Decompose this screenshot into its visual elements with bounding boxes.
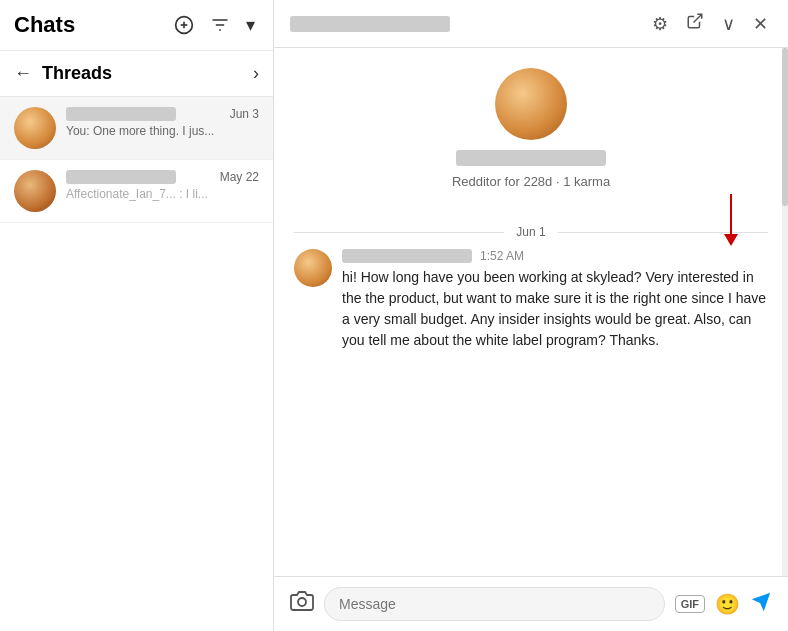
settings-button[interactable]: ⚙ [648,9,672,39]
svg-point-4 [298,598,306,606]
date-divider: Jun 1 [294,225,768,239]
profile-avatar [495,68,567,140]
app-container: Chats ▾ [0,0,788,631]
chat-panel-inner: Redditor for 228d · 1 karma Jun 1 [274,48,788,576]
send-icon [750,591,772,613]
close-icon: ✕ [753,14,768,34]
filter-icon [210,15,230,35]
message-sender-blurred [342,249,472,263]
sidebar: Chats ▾ [0,0,274,631]
chat-name-blurred [66,107,176,121]
send-button[interactable] [750,591,772,618]
chevron-down-header-button[interactable]: ∨ [718,9,739,39]
chat-panel-header: ⚙ ∨ ✕ [274,0,788,48]
gif-button[interactable]: GIF [675,595,705,613]
sidebar-header-icons: ▾ [170,10,259,40]
message-time: 1:52 AM [480,249,524,263]
gear-icon: ⚙ [652,14,668,34]
message-text: hi! How long have you been working at sk… [342,267,768,351]
chat-top-row: May 22 [66,170,259,184]
chevron-right-icon: › [253,63,259,83]
chevron-down-button[interactable]: ▾ [242,10,259,40]
chat-item[interactable]: May 22 Affectionate_Ian_7... : I li... [0,160,273,223]
chat-input-area: GIF 🙂 [274,576,788,631]
profile-name-blurred [456,150,606,166]
profile-section: Redditor for 228d · 1 karma [452,68,610,189]
chat-date: May 22 [220,170,259,184]
chat-preview: Affectionate_Ian_7... : I li... [66,187,259,201]
chat-preview: You: One more thing. I jus... [66,124,259,138]
threads-label: Threads [42,63,243,84]
new-chat-button[interactable] [170,11,198,39]
message-header: 1:52 AM [342,249,768,263]
chat-date: Jun 3 [230,107,259,121]
chat-item[interactable]: Jun 3 You: One more thing. I jus... [0,97,273,160]
arrow-head [724,234,738,246]
emoji-icon: 🙂 [715,593,740,615]
svg-line-3 [694,14,702,22]
chevron-down-icon: ∨ [722,14,735,34]
chats-title: Chats [14,12,75,38]
chat-list: Jun 3 You: One more thing. I jus... May … [0,97,273,631]
chat-info: May 22 Affectionate_Ian_7... : I li... [66,170,259,201]
back-arrow-icon: ← [14,63,32,83]
profile-meta: Redditor for 228d · 1 karma [452,174,610,189]
sidebar-header: Chats ▾ [0,0,273,51]
arrow-shaft [730,194,732,234]
emoji-button[interactable]: 🙂 [715,592,740,616]
threads-expand-button[interactable]: › [253,63,259,84]
chevron-down-icon: ▾ [246,14,255,36]
date-divider-text: Jun 1 [504,225,557,239]
threads-row: ← Threads › [0,51,273,97]
camera-icon [290,589,314,613]
avatar [14,107,56,149]
message-input[interactable] [324,587,665,621]
chat-info: Jun 3 You: One more thing. I jus... [66,107,259,138]
filter-button[interactable] [206,11,234,39]
scrollbar-thumb[interactable] [782,48,788,206]
message-container: 1:52 AM hi! How long have you been worki… [294,249,768,351]
message-content: 1:52 AM hi! How long have you been worki… [342,249,768,351]
chat-name-blurred [66,170,176,184]
chat-body: Redditor for 228d · 1 karma Jun 1 [274,48,788,576]
panel-user-name-blurred [290,16,450,32]
chat-top-row: Jun 3 [66,107,259,121]
back-button[interactable]: ← [14,63,32,84]
red-arrow-indicator [724,194,738,246]
message-avatar [294,249,332,287]
divider-line-left [294,232,504,233]
compose-icon [174,15,194,35]
external-link-button[interactable] [682,8,708,39]
gif-label: GIF [681,598,699,610]
close-panel-button[interactable]: ✕ [749,9,772,39]
camera-button[interactable] [290,589,314,619]
external-link-icon [686,12,704,30]
chat-panel: ⚙ ∨ ✕ [274,0,788,631]
avatar [14,170,56,212]
panel-header-actions: ⚙ ∨ ✕ [648,8,772,39]
scrollbar-track [782,48,788,576]
